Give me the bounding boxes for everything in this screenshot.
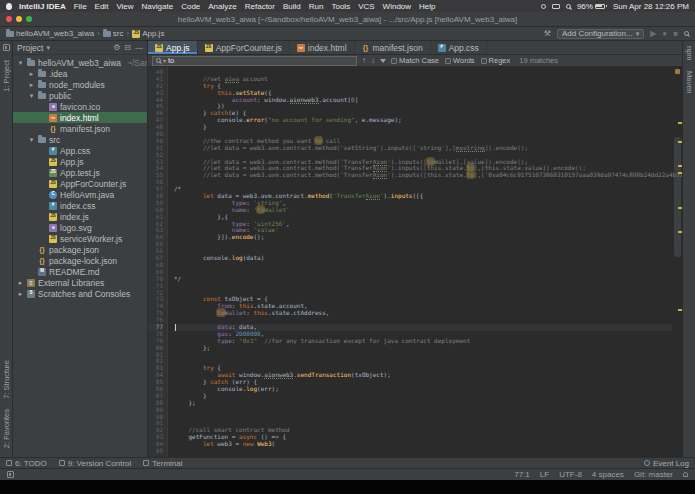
- menu-help[interactable]: Help: [419, 2, 435, 11]
- code-line[interactable]: }: [174, 393, 672, 400]
- search-field[interactable]: ▾: [152, 56, 357, 66]
- code-line[interactable]: type: "0x1" //for any transaction except…: [174, 338, 672, 345]
- code-line[interactable]: let web3 = new Web3(: [174, 441, 672, 448]
- chevron-right-icon[interactable]: ▸: [28, 81, 35, 89]
- toolwindow-button-terminal[interactable]: Terminal: [143, 459, 182, 468]
- code-line[interactable]: }: [174, 124, 672, 131]
- code-line[interactable]: account: window.aionweb3.account[0]: [174, 97, 672, 104]
- menu-build[interactable]: Build: [283, 2, 301, 11]
- chevron-down-icon[interactable]: ▾: [46, 44, 50, 52]
- code-line[interactable]: [174, 358, 672, 365]
- tool-stripe-npm[interactable]: npm: [685, 41, 694, 66]
- tree-item-idea[interactable]: ▸.idea: [13, 68, 147, 79]
- tree-item-app-css[interactable]: App.css: [13, 145, 147, 156]
- code-line[interactable]: [174, 407, 672, 414]
- run-button[interactable]: ▶: [650, 30, 656, 38]
- code-line[interactable]: //let data = web3.avm.contract.method('T…: [174, 172, 672, 179]
- code-line[interactable]: [174, 448, 672, 455]
- code-line[interactable]: [174, 283, 672, 290]
- code-line[interactable]: };: [174, 400, 672, 407]
- chevron-right-icon[interactable]: ▸: [17, 290, 24, 298]
- toolwindow-quick-access-icon[interactable]: [7, 471, 14, 478]
- event-log-button[interactable]: Event Log: [653, 459, 689, 468]
- tree-item-package-json[interactable]: package.json: [13, 244, 147, 255]
- menu-tools[interactable]: Tools: [331, 2, 350, 11]
- code-line[interactable]: [174, 262, 672, 269]
- error-stripe-mark[interactable]: [678, 207, 682, 209]
- search-input[interactable]: [168, 56, 353, 65]
- breadcrumb-src[interactable]: src: [103, 29, 124, 38]
- tool-stripe-7-structure[interactable]: 7: Structure: [2, 355, 11, 404]
- toolwindow-button-6-todo[interactable]: 6: TODO: [6, 459, 47, 468]
- code-line[interactable]: [174, 352, 672, 359]
- toolwindow-switcher-icon[interactable]: [3, 44, 10, 51]
- close-window-button[interactable]: [6, 16, 12, 22]
- code-line[interactable]: name: 'toWallet': [174, 207, 672, 214]
- battery-indicator[interactable]: 96%: [577, 2, 607, 11]
- tree-item-public[interactable]: ▾public: [13, 90, 147, 101]
- tree-item-index-css[interactable]: index.css: [13, 200, 147, 211]
- menu-view[interactable]: View: [116, 2, 133, 11]
- error-stripe-mark[interactable]: [678, 172, 682, 174]
- settings-gear-icon[interactable]: ⚙: [113, 43, 120, 52]
- code-line[interactable]: };: [174, 345, 672, 352]
- menu-code[interactable]: Code: [181, 2, 200, 11]
- tab-app-css[interactable]: App.css: [431, 41, 487, 54]
- record-icon[interactable]: [541, 4, 546, 9]
- toggle-regex[interactable]: Regex: [481, 56, 511, 65]
- search-history-icon[interactable]: ▾: [163, 57, 166, 64]
- code-line[interactable]: */: [174, 276, 672, 283]
- next-match-button[interactable]: ↓: [371, 56, 375, 65]
- error-stripe-mark[interactable]: [678, 122, 682, 124]
- menu-file[interactable]: File: [74, 2, 87, 11]
- stop-icon[interactable]: ■: [673, 30, 678, 38]
- code-line[interactable]: }): [174, 103, 672, 110]
- run-configuration-select[interactable]: Add Configuration... ▾: [557, 29, 644, 39]
- filter-funnel-icon[interactable]: [380, 59, 386, 63]
- menu-analyze[interactable]: Analyze: [208, 2, 236, 11]
- spotlight-search-icon[interactable]: [566, 4, 571, 9]
- breadcrumb-helloavm-web3-aiwa[interactable]: helloAVM_web3_aiwa: [6, 29, 94, 38]
- collapse-all-icon[interactable]: ⊟: [124, 43, 131, 52]
- toggle-words[interactable]: Words: [445, 56, 475, 65]
- tree-item-node-modules[interactable]: ▸node_modules: [13, 79, 147, 90]
- toolwindow-button-9-version-control[interactable]: 9: Version Control: [59, 459, 132, 468]
- tab-appforcounter-js[interactable]: AppForCounter.js: [198, 41, 290, 54]
- indent-setting[interactable]: 4 spaces: [592, 470, 624, 479]
- file-encoding[interactable]: UTF-8: [559, 470, 582, 479]
- error-stripe-mark[interactable]: [678, 165, 682, 167]
- code-line[interactable]: //let data = web3.avm.contract.method('s…: [174, 145, 672, 152]
- tree-item-app-js[interactable]: App.js: [13, 156, 147, 167]
- menu-edit[interactable]: Edit: [95, 2, 109, 11]
- code-area[interactable]: //set aiwa account try { this.setState({…: [168, 67, 682, 457]
- code-line[interactable]: console.error("no account for sending", …: [174, 117, 672, 124]
- chevron-down-icon[interactable]: ▾: [28, 92, 35, 100]
- tree-item-index-js[interactable]: index.js: [13, 211, 147, 222]
- tree-item-src[interactable]: ▾src: [13, 134, 147, 145]
- apple-icon[interactable]: [6, 3, 12, 10]
- notifications-icon[interactable]: [683, 472, 688, 477]
- hide-panel-icon[interactable]: —: [135, 43, 143, 52]
- tab-app-js[interactable]: App.js: [148, 41, 198, 54]
- tree-item-favicon-ico[interactable]: favicon.ico: [13, 101, 147, 112]
- code-line[interactable]: [174, 179, 672, 186]
- tree-item-root[interactable]: ▾ helloAVM_web3_aiwa ~/Sandbox/helloAVM_…: [13, 57, 147, 68]
- tree-item-package-lock-json[interactable]: package-lock.json: [13, 255, 147, 266]
- breadcrumb-app-js[interactable]: App.js: [132, 29, 164, 38]
- prev-match-button[interactable]: ↑: [362, 56, 366, 65]
- tree-item-appforcounter-js[interactable]: AppForCounter.js: [13, 178, 147, 189]
- chevron-down-icon[interactable]: ▾: [28, 136, 35, 144]
- caret-position[interactable]: 77:1: [514, 470, 530, 479]
- git-branch[interactable]: Git: master: [634, 470, 673, 479]
- minimize-window-button[interactable]: [16, 16, 22, 22]
- toggle-match-case[interactable]: Match Case: [391, 56, 439, 65]
- tree-item-index-html[interactable]: index.html: [13, 112, 147, 123]
- tree-item-helloavm-java[interactable]: HelloAvm.java: [13, 189, 147, 200]
- tool-stripe-2-favorites[interactable]: 2: Favorites: [2, 404, 11, 453]
- menu-refactor[interactable]: Refactor: [245, 2, 275, 11]
- tree-item-app-test-js[interactable]: App.test.js: [13, 167, 147, 178]
- chevron-right-icon[interactable]: ▸: [28, 70, 35, 78]
- error-stripe-mark[interactable]: [678, 309, 682, 311]
- build-hammer-icon[interactable]: ⚒: [544, 30, 551, 38]
- inspection-status-icon[interactable]: [675, 69, 680, 74]
